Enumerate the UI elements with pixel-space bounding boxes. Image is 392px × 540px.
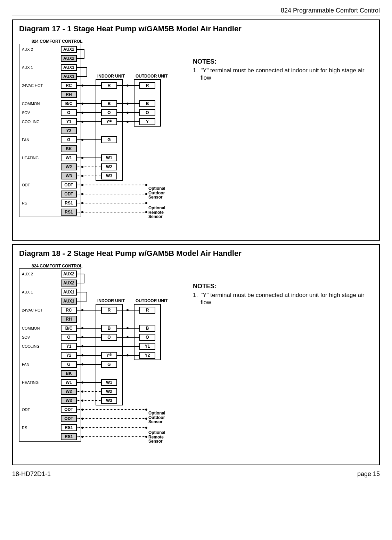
lbl-odt: ODT — [22, 408, 30, 412]
lbl-cooling: COOLING — [22, 120, 40, 124]
term-aux1b: AUX1 — [61, 73, 77, 80]
term-rh: RH — [61, 91, 77, 98]
lbl-aux2: AUX 2 — [22, 47, 33, 51]
term-aux1b: AUX1 — [61, 298, 77, 305]
indoor-y: Y ① — [101, 352, 117, 359]
lbl-heating: HEATING — [22, 380, 39, 385]
indoor-r: R — [101, 307, 117, 314]
indoor-w2: W2 — [101, 163, 117, 170]
indoor-w3: W3 — [101, 397, 117, 404]
indoor-b: B — [101, 325, 117, 332]
lbl-aux1: AUX 1 — [22, 65, 33, 70]
term-odt1: ODT — [61, 182, 77, 188]
indoor-w1: W1 — [101, 154, 117, 161]
lbl-sov: SOV — [22, 335, 30, 339]
outdoor-unit-label: OUTDOOR UNIT — [136, 74, 168, 79]
diagram-17-notes: NOTES: 1. "Y" terminal must be connected… — [193, 39, 373, 82]
lbl-rs: RS — [22, 426, 27, 430]
term-w1: W1 — [61, 379, 77, 386]
term-rh: RH — [61, 316, 77, 323]
footer-right: page 15 — [357, 470, 380, 478]
outdoor-r: R — [139, 82, 155, 89]
outdoor-unit-label: OUTDOOR UNIT — [136, 298, 168, 303]
optional-remote-sensor-label: Optional Remote Sensor — [148, 206, 165, 219]
term-bc: B/C — [61, 325, 77, 332]
term-w2: W2 — [61, 388, 77, 395]
outdoor-y: Y — [139, 118, 155, 125]
optional-outdoor-sensor-label: Optional Outdoor Sensor — [148, 186, 165, 200]
diagram-17-frame: Diagram 17 - 1 Stage Heat Pump w/GAM5B M… — [12, 19, 380, 241]
lbl-odt: ODT — [22, 183, 30, 187]
indoor-unit-label: INDOOR UNIT — [97, 298, 125, 303]
diagram-18-notes: NOTES: 1. "Y" terminal must be connected… — [193, 264, 373, 306]
lbl-cooling: COOLING — [22, 344, 40, 348]
term-bk: BK — [61, 370, 77, 377]
diagram-18-title: Diagram 18 - 2 Stage Heat Pump w/GAM5B M… — [19, 249, 373, 258]
outdoor-o: O — [139, 109, 155, 116]
indoor-b: B — [101, 100, 117, 107]
lbl-hot: 24VAC HOT — [22, 83, 43, 88]
term-g: G — [61, 136, 77, 143]
notes-title: NOTES: — [193, 58, 373, 65]
term-odt1: ODT — [61, 406, 77, 413]
term-o: O — [61, 109, 77, 116]
lbl-fan: FAN — [22, 138, 29, 142]
term-y1: Y1 — [61, 343, 77, 350]
note-text: "Y" terminal must be connected at indoor… — [201, 67, 373, 82]
outdoor-o: O — [139, 334, 155, 341]
term-aux1a: AUX1 — [61, 64, 77, 71]
lbl-rs: RS — [22, 201, 27, 205]
diagram-18-frame: Diagram 18 - 2 Stage Heat Pump w/GAM5B M… — [12, 244, 380, 465]
term-aux1a: AUX1 — [61, 289, 77, 296]
indoor-w3: W3 — [101, 172, 117, 179]
term-aux2b: AUX2 — [61, 280, 77, 287]
lbl-aux1: AUX 1 — [22, 290, 33, 294]
indoor-g: G — [101, 361, 117, 368]
term-odt2: ODT — [61, 415, 77, 422]
note-number: 1. — [193, 67, 198, 82]
lbl-fan: FAN — [22, 362, 29, 366]
note-number: 1. — [193, 291, 198, 306]
term-aux2b: AUX2 — [61, 55, 77, 62]
term-rc: RC — [61, 82, 77, 89]
indoor-o: O — [101, 109, 117, 116]
indoor-y: Y① — [101, 118, 117, 125]
indoor-o: O — [101, 334, 117, 341]
term-w3: W3 — [61, 397, 77, 404]
indoor-unit-label: INDOOR UNIT — [97, 74, 125, 79]
lbl-common: COMMON — [22, 102, 40, 106]
lbl-aux2: AUX 2 — [22, 272, 33, 276]
term-rc: RC — [61, 307, 77, 314]
term-odt2: ODT — [61, 191, 77, 198]
term-bc: B/C — [61, 100, 77, 107]
indoor-r: R — [101, 82, 117, 89]
term-y2: Y2 — [61, 127, 77, 134]
note-text: "Y" terminal must be connected at indoor… — [201, 291, 373, 306]
outdoor-y1: Y1 — [139, 343, 155, 350]
term-y2: Y2 — [61, 352, 77, 359]
indoor-w1: W1 — [101, 379, 117, 386]
diagram-18: 824 COMFORT CONTROL AUX 2 AUX 1 24VAC HO… — [19, 264, 182, 458]
term-w1: W1 — [61, 154, 77, 161]
term-rs1b: RS1 — [61, 433, 77, 440]
diagram-17: 824 COMFORT CONTROL AUX 2 AUX 1 24VAC HO… — [19, 39, 182, 234]
footer-left: 18-HD72D1-1 — [12, 470, 51, 478]
optional-remote-sensor-label: Optional Remote Sensor — [148, 430, 165, 444]
page-header: 824 Programmable Comfort Control — [12, 7, 380, 16]
diagram-17-title: Diagram 17 - 1 Stage Heat Pump w/GAM5B M… — [19, 24, 373, 33]
lbl-sov: SOV — [22, 111, 30, 115]
term-rs1b: RS1 — [61, 209, 77, 216]
notes-title: NOTES: — [193, 283, 373, 290]
term-aux2a: AUX2 — [61, 271, 77, 277]
term-w3: W3 — [61, 172, 77, 179]
term-o: O — [61, 334, 77, 341]
term-bk: BK — [61, 145, 77, 152]
ctrl-header-label: 824 COMFORT CONTROL — [32, 264, 83, 268]
term-rs1a: RS1 — [61, 200, 77, 207]
term-aux2a: AUX2 — [61, 46, 77, 53]
lbl-hot: 24VAC HOT — [22, 308, 43, 312]
term-rs1a: RS1 — [61, 424, 77, 431]
lbl-common: COMMON — [22, 326, 40, 330]
indoor-g: G — [101, 136, 117, 143]
term-g: G — [61, 361, 77, 368]
